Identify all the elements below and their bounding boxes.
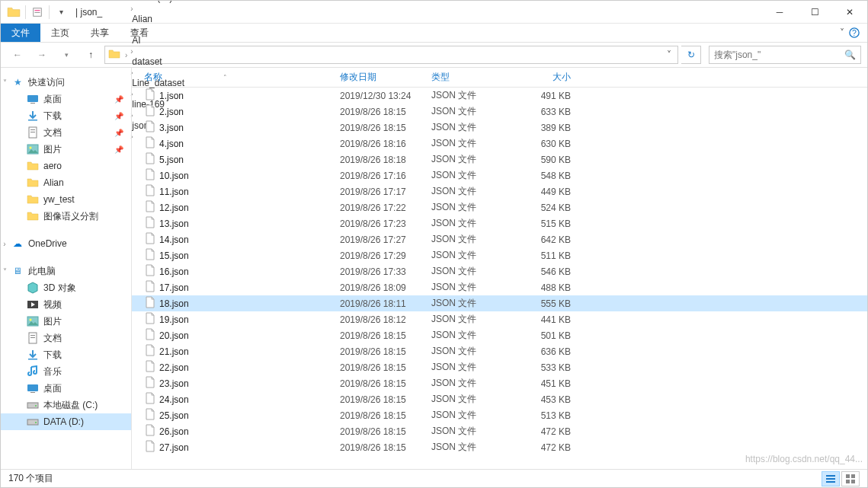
file-name: 3.json [139,120,335,135]
sidebar-item[interactable]: 3D 对象 [1,279,131,296]
expand-icon[interactable]: ˅ [1,78,8,87]
minimize-button[interactable]: ─ [762,1,797,24]
tree-group-quick-access: ˅ ★ 快速访问 桌面📌下载📌文档📌图片📌aeroAlianyw_test图像语… [1,74,131,225]
view-large-icons-button[interactable] [841,471,860,486]
sidebar-item[interactable]: 桌面 [1,380,131,397]
file-row[interactable]: 26.json 2019/8/26 18:15 JSON 文件 472 KB [132,423,867,439]
desktop-icon [27,93,39,105]
sidebar-item[interactable]: Alian [1,174,131,191]
expand-icon[interactable]: ˅ [1,267,8,276]
file-size: 491 KB [514,91,575,101]
file-row[interactable]: 2.json 2019/8/26 18:15 JSON 文件 633 KB [132,104,867,120]
sidebar-item[interactable]: 视频 [1,296,131,313]
svg-point-15 [30,319,32,321]
file-row[interactable]: 5.json 2019/8/26 18:18 JSON 文件 590 KB [132,152,867,167]
sidebar-item[interactable]: 图片 [1,313,131,330]
sidebar-item[interactable]: 桌面📌 [1,91,131,107]
chevron-right-icon[interactable]: › [123,51,129,59]
file-size: 630 KB [514,139,575,149]
file-date: 2019/8/26 18:15 [335,378,427,389]
file-row[interactable]: 3.json 2019/8/26 18:15 JSON 文件 389 KB [132,120,867,136]
nav-back-button[interactable]: ← [7,45,28,65]
tree-onedrive[interactable]: › ☁ OneDrive [1,235,131,252]
breadcrumb-segment[interactable]: dataset [129,56,187,67]
file-row[interactable]: 17.json 2019/8/26 18:09 JSON 文件 488 KB [132,279,867,295]
col-header-size[interactable]: 大小 [514,71,575,84]
file-icon [144,136,156,151]
file-size: 524 KB [514,203,575,213]
file-row[interactable]: 27.json 2019/8/26 18:15 JSON 文件 472 KB [132,439,867,455]
tree-quick-access[interactable]: ˅ ★ 快速访问 [1,74,131,91]
file-row[interactable]: 25.json 2019/8/26 18:15 JSON 文件 513 KB [132,407,867,423]
sidebar-item[interactable]: 文档📌 [1,124,131,141]
view-details-button[interactable] [822,471,840,486]
address-dropdown[interactable]: ˅ [662,49,676,60]
ribbon-collapse-button[interactable]: ˅ [835,24,849,42]
file-row[interactable]: 15.json 2019/8/26 17:29 JSON 文件 511 KB [132,247,867,263]
file-name: 2.json [139,104,335,119]
sidebar-item[interactable]: 下载 [1,346,131,363]
qat-properties[interactable] [29,4,46,21]
address-bar[interactable]: › 此电脑›DATA (D:)›Alian›AI›dataset›Line_da… [104,46,678,64]
tab-file[interactable]: 文件 [1,24,40,42]
breadcrumb-segment[interactable]: AI [129,35,187,46]
file-row[interactable]: 16.json 2019/8/26 17:33 JSON 文件 546 KB [132,263,867,279]
sidebar-item[interactable]: 图片📌 [1,141,131,158]
tree-thispc[interactable]: ˅ 🖥 此电脑 [1,263,131,279]
file-icon [144,216,156,231]
breadcrumb-segment[interactable]: Alian [129,14,187,24]
tab-home[interactable]: 主页 [40,24,80,42]
col-header-date[interactable]: 修改日期 [335,71,427,84]
file-row[interactable]: 10.json 2019/8/26 17:16 JSON 文件 548 KB [132,167,867,183]
nav-recent-dropdown[interactable]: ▾ [56,45,77,65]
file-row[interactable]: 1.json 2019/12/30 13:24 JSON 文件 491 KB [132,88,867,104]
sidebar-item[interactable]: 图像语义分割 [1,208,131,225]
sidebar-item[interactable]: 文档 [1,330,131,346]
nav-up-button[interactable]: ↑ [80,45,101,65]
col-header-name[interactable]: 名称˄ [139,71,335,84]
file-row[interactable]: 24.json 2019/8/26 18:15 JSON 文件 453 KB [132,391,867,407]
help-button[interactable]: ? [849,24,867,42]
refresh-button[interactable]: ↻ [681,46,701,64]
file-row[interactable]: 13.json 2019/8/26 17:23 JSON 文件 515 KB [132,215,867,231]
tab-share[interactable]: 共享 [80,24,120,42]
file-row[interactable]: 19.json 2019/8/26 18:12 JSON 文件 441 KB [132,311,867,327]
file-date: 2019/8/26 18:15 [335,346,427,357]
breadcrumb-segment[interactable]: DATA (D:) [129,0,187,3]
file-row[interactable]: 22.json 2019/8/26 18:15 JSON 文件 533 KB [132,359,867,375]
file-row[interactable]: 18.json 2019/8/26 18:11 JSON 文件 555 KB [132,295,867,311]
file-icon [144,120,156,135]
file-row[interactable]: 23.json 2019/8/26 18:15 JSON 文件 451 KB [132,375,867,391]
maximize-button[interactable]: ☐ [797,1,832,24]
expand-icon[interactable]: › [1,240,8,248]
file-row[interactable]: 11.json 2019/8/26 17:17 JSON 文件 449 KB [132,183,867,199]
file-row[interactable]: 12.json 2019/8/26 17:22 JSON 文件 524 KB [132,199,867,215]
chevron-right-icon[interactable]: › [129,5,134,13]
chevron-right-icon[interactable]: › [129,47,134,56]
tree-group-thispc: ˅ 🖥 此电脑 3D 对象视频图片文档下载音乐桌面本地磁盘 (C:)DATA (… [1,263,131,430]
file-type: JSON 文件 [427,377,514,390]
sidebar-item[interactable]: aero [1,158,131,174]
file-row[interactable]: 4.json 2019/8/26 18:16 JSON 文件 630 KB [132,136,867,152]
sidebar-item[interactable]: yw_test [1,191,131,208]
nav-forward-button[interactable]: → [31,45,53,65]
sidebar-item[interactable]: 音乐 [1,363,131,380]
navigation-pane[interactable]: ˅ ★ 快速访问 桌面📌下载📌文档📌图片📌aeroAlianyw_test图像语… [1,68,132,469]
chevron-right-icon[interactable]: › [129,26,134,34]
svg-rect-1 [35,10,40,11]
file-row[interactable]: 21.json 2019/8/26 18:15 JSON 文件 636 KB [132,343,867,359]
close-button[interactable]: ✕ [832,1,867,24]
sidebar-item[interactable]: 本地磁盘 (C:) [1,397,131,413]
sidebar-item[interactable]: DATA (D:) [1,413,131,430]
file-list[interactable]: 1.json 2019/12/30 13:24 JSON 文件 491 KB 2… [132,88,867,469]
search-input[interactable]: 搜索"json_" 🔍 [709,46,861,64]
col-header-type[interactable]: 类型 [427,71,514,84]
file-row[interactable]: 14.json 2019/8/26 17:27 JSON 文件 642 KB [132,231,867,247]
file-icon [144,200,156,215]
sidebar-item[interactable]: 下载📌 [1,107,131,124]
file-row[interactable]: 20.json 2019/8/26 18:15 JSON 文件 501 KB [132,327,867,343]
qat-dropdown[interactable]: ▾ [53,4,69,21]
file-icon [144,232,156,247]
file-icon [144,392,156,407]
file-size: 453 KB [514,394,575,405]
